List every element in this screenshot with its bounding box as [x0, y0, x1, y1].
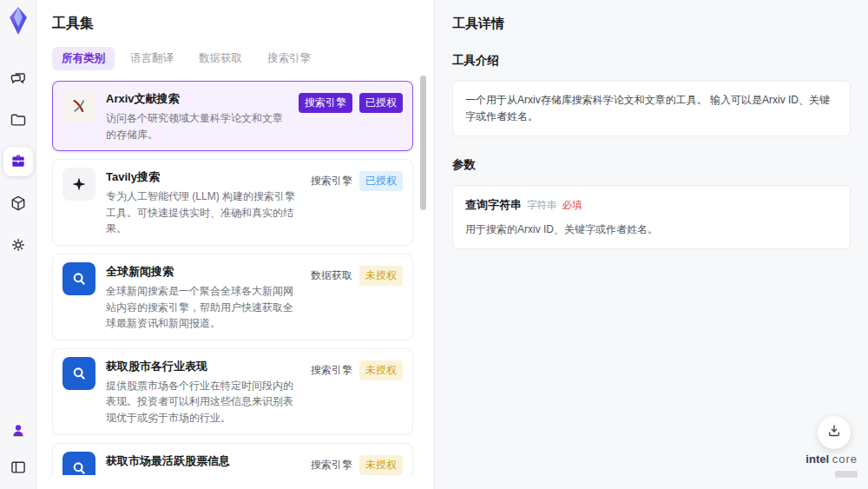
- intro-heading: 工具介绍: [452, 53, 851, 69]
- tab-1[interactable]: 语言翻译: [121, 47, 183, 70]
- sidebar-item-collapse[interactable]: [3, 453, 33, 482]
- download-icon: [826, 423, 842, 442]
- search-blue-icon: [62, 357, 95, 390]
- category-badge: 搜索引擎: [299, 93, 352, 113]
- tool-description: 访问各个研究领域大量科学论文和文章的存储库。: [106, 110, 288, 142]
- arxiv-icon: [62, 89, 95, 122]
- tab-2[interactable]: 数据获取: [189, 47, 252, 70]
- list-scrollbar[interactable]: [420, 76, 426, 210]
- tool-card-body: 全球新闻搜索 全球新闻搜索是一个聚合全球各大新闻网站内容的搜索引擎，帮助用户快速…: [106, 262, 300, 332]
- tool-name: 获取股市各行业表现: [106, 359, 300, 374]
- auth-status-badge: 未授权: [359, 360, 403, 380]
- folder-icon: [10, 111, 27, 129]
- tool-name: Arxiv文献搜索: [106, 91, 288, 107]
- search-blue-icon: [62, 262, 95, 295]
- brand-primary-text: intel: [806, 453, 829, 466]
- sidebar: [0, 0, 36, 489]
- category-badge: 搜索引擎: [311, 171, 352, 191]
- tool-card[interactable]: Tavily搜索 专为人工智能代理 (LLM) 构建的搜索引擎工具。可快速提供实…: [52, 159, 413, 246]
- sidebar-item-chat[interactable]: [3, 63, 33, 93]
- tool-card-body: Tavily搜索 专为人工智能代理 (LLM) 构建的搜索引擎工具。可快速提供实…: [106, 168, 300, 237]
- avatar-icon: [10, 422, 27, 439]
- tool-badges: 搜索引擎已授权: [299, 89, 403, 142]
- collapse-panel-icon: [10, 459, 27, 476]
- brand-sub-chip: [835, 471, 858, 478]
- tool-badges: 搜索引擎已授权: [311, 168, 403, 237]
- tool-badges: 数据获取未授权: [311, 262, 403, 332]
- app-window: 工具集 所有类别语言翻译数据获取搜索引擎 Arxiv文献搜索 访问各个研究领域大…: [0, 0, 868, 489]
- category-badge: 搜索引擎: [311, 455, 352, 475]
- auth-status-badge: 已授权: [359, 171, 403, 191]
- params-heading: 参数: [452, 157, 851, 173]
- tool-card-body: Arxiv文献搜索 访问各个研究领域大量科学论文和文章的存储库。: [106, 89, 288, 142]
- chat-icon: [10, 69, 27, 87]
- param-desc: 用于搜索的Arxiv ID、关键字或作者姓名。: [465, 221, 838, 238]
- tool-card[interactable]: 获取市场最活跃股票信息 提供当天交易量最高的股票列表。投资者可以利用这些信息来识…: [52, 443, 413, 475]
- tool-card-body: 获取市场最活跃股票信息 提供当天交易量最高的股票列表。投资者可以利用这些信息来识…: [106, 452, 300, 475]
- param-card: 查询字符串字符串必填 用于搜索的Arxiv ID、关键字或作者姓名。: [452, 185, 851, 249]
- tool-card-list: Arxiv文献搜索 访问各个研究领域大量科学论文和文章的存储库。 搜索引擎已授权…: [52, 81, 413, 475]
- page-title: 工具集: [52, 15, 434, 33]
- auth-status-badge: 已授权: [359, 93, 403, 113]
- gear-icon: [10, 236, 27, 254]
- tool-name: 全球新闻搜索: [106, 264, 300, 280]
- briefcase-icon: [10, 153, 27, 170]
- sidebar-item-settings[interactable]: [3, 230, 33, 260]
- tool-description: 专为人工智能代理 (LLM) 构建的搜索引擎工具。可快速提供实时、准确和真实的结…: [106, 188, 300, 237]
- tab-3[interactable]: 搜索引擎: [258, 47, 320, 70]
- intro-card: 一个用于从Arxiv存储库搜索科学论文和文章的工具。 输入可以是Arxiv ID…: [452, 81, 851, 136]
- tool-card[interactable]: Arxiv文献搜索 访问各个研究领域大量科学论文和文章的存储库。 搜索引擎已授权: [52, 81, 413, 151]
- brand-secondary-text: core: [832, 453, 858, 466]
- sidebar-item-tools[interactable]: [3, 147, 33, 176]
- tool-badges: 搜索引擎未授权: [311, 452, 403, 475]
- sparkle-icon: [62, 168, 95, 201]
- tool-description: 提供当天交易量最高的股票列表。投资者可以利用这些信息来识别流动性强的股票和潜在的…: [106, 472, 300, 475]
- param-header: 查询字符串字符串必填: [465, 196, 838, 215]
- tool-card[interactable]: 全球新闻搜索 全球新闻搜索是一个聚合全球各大新闻网站内容的搜索引擎，帮助用户快速…: [52, 254, 413, 340]
- tool-name: Tavily搜索: [106, 169, 300, 185]
- auth-status-badge: 未授权: [359, 266, 403, 286]
- tool-card[interactable]: 获取股市各行业表现 提供股票市场各个行业在特定时间段内的表现。投资者可以利用这些…: [52, 348, 413, 435]
- download-button[interactable]: [818, 416, 851, 449]
- sidebar-item-files[interactable]: [3, 105, 33, 135]
- search-blue-icon: [62, 452, 95, 475]
- intro-text: 一个用于从Arxiv存储库搜索科学论文和文章的工具。 输入可以是Arxiv ID…: [465, 94, 830, 122]
- param-required-flag: 必填: [562, 200, 582, 210]
- tool-description: 提供股票市场各个行业在特定时间段内的表现。投资者可以利用这些信息来识别表现优于或…: [106, 378, 300, 426]
- detail-title: 工具详情: [452, 16, 851, 32]
- category-tabs: 所有类别语言翻译数据获取搜索引擎: [52, 47, 434, 70]
- category-badge: 搜索引擎: [311, 360, 352, 380]
- param-type: 字符串: [527, 200, 557, 210]
- category-badge: 数据获取: [311, 266, 352, 286]
- tool-list-panel: 工具集 所有类别语言翻译数据获取搜索引擎 Arxiv文献搜索 访问各个研究领域大…: [36, 0, 434, 489]
- sidebar-nav: [3, 63, 33, 260]
- tool-detail-panel: 工具详情 工具介绍 一个用于从Arxiv存储库搜索科学论文和文章的工具。 输入可…: [434, 0, 868, 489]
- param-name: 查询字符串: [465, 198, 522, 211]
- tab-0[interactable]: 所有类别: [52, 47, 115, 70]
- tool-name: 获取市场最活跃股票信息: [106, 453, 300, 469]
- tool-badges: 搜索引擎未授权: [311, 357, 403, 426]
- auth-status-badge: 未授权: [359, 455, 403, 475]
- brand-logo: intel core: [806, 453, 858, 481]
- tool-card-body: 获取股市各行业表现 提供股票市场各个行业在特定时间段内的表现。投资者可以利用这些…: [106, 357, 300, 426]
- gem-logo-icon: [5, 6, 31, 36]
- sidebar-item-user[interactable]: [3, 416, 33, 446]
- cube-icon: [10, 195, 27, 212]
- sidebar-bottom: [3, 416, 33, 482]
- tool-description: 全球新闻搜索是一个聚合全球各大新闻网站内容的搜索引擎，帮助用户快速获取全球最新资…: [106, 283, 300, 332]
- sidebar-item-models[interactable]: [3, 188, 33, 218]
